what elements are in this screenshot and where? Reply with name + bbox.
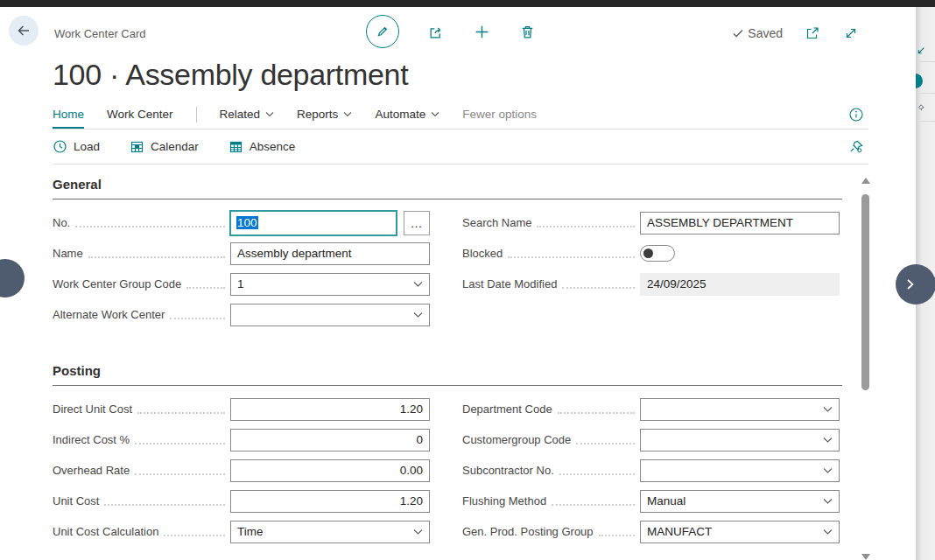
flushing-method-value: Manual (647, 494, 685, 508)
clipped-expand-icon (916, 46, 926, 56)
open-in-new-window-button[interactable] (804, 24, 821, 42)
action-absence[interactable]: Absence (228, 139, 296, 154)
menu-fewer-options[interactable]: Fewer options (462, 100, 537, 129)
scrollbar-down-arrow[interactable] (861, 554, 870, 560)
flushing-method-dropdown[interactable]: Manual (640, 490, 840, 513)
no-input-selected-text: 100 (236, 216, 258, 229)
no-assist-edit-button[interactable]: … (404, 211, 430, 235)
scrollbar-thumb[interactable] (861, 194, 869, 390)
chevron-down-icon (823, 467, 833, 474)
chevron-right-icon (901, 276, 918, 293)
menu-reports[interactable]: Reports (297, 100, 352, 129)
field-flushing-method-label: Flushing Method (462, 494, 546, 508)
last-date-modified-value: 24/09/2025 (640, 273, 840, 296)
dotted-leader (558, 405, 635, 414)
pin-actionbar-button[interactable] (847, 138, 865, 156)
chevron-down-icon (431, 111, 439, 117)
customergroup-code-dropdown[interactable] (640, 429, 840, 452)
menu-bar: Home Work Center Related Reports Automat… (53, 100, 868, 130)
subcontractor-no-dropdown[interactable] (640, 459, 840, 482)
menu-related[interactable]: Related (220, 100, 275, 129)
field-work-center-group-code-label: Work Center Group Code (53, 277, 181, 290)
action-calendar[interactable]: Calendar (130, 139, 199, 154)
menu-reports-label: Reports (297, 108, 338, 121)
trash-icon (519, 24, 536, 40)
section-general: General No. 100 … Name (53, 177, 842, 330)
edit-button[interactable] (366, 15, 399, 48)
posting-left-column: Direct Unit Cost Indirect Cost % Overhea… (53, 394, 430, 547)
overhead-rate-input[interactable] (230, 459, 430, 482)
section-posting: Posting Direct Unit Cost Indirect Cost %… (53, 363, 842, 547)
fullscreen-button[interactable] (842, 24, 860, 42)
info-button[interactable] (847, 106, 865, 123)
alternate-work-center-dropdown[interactable] (230, 304, 430, 326)
popout-icon (805, 25, 820, 41)
field-unit-cost-calculation-label: Unit Cost Calculation (53, 525, 158, 538)
strip-divider (919, 121, 935, 122)
dotted-leader (552, 497, 635, 506)
search-name-input[interactable] (640, 212, 840, 234)
department-code-dropdown[interactable] (640, 398, 840, 421)
work-center-group-code-dropdown[interactable]: 1 (230, 273, 430, 296)
app-header: Work Center Card (0, 7, 935, 49)
dotted-leader (186, 280, 225, 289)
action-load[interactable]: Load (53, 139, 100, 154)
field-alternate-work-center: Alternate Work Center (53, 299, 430, 330)
expand-diagonal-icon (843, 25, 859, 41)
scrollbar-up-arrow[interactable] (861, 178, 870, 184)
section-posting-title[interactable]: Posting (53, 363, 842, 386)
unit-cost-calculation-dropdown[interactable]: Time (230, 521, 430, 543)
chevron-down-icon (413, 281, 423, 288)
field-name-label: Name (53, 247, 83, 260)
field-last-date-modified: Last Date Modified 24/09/2025 (462, 269, 840, 299)
field-alternate-work-center-label: Alternate Work Center (53, 308, 165, 321)
info-icon (848, 107, 864, 122)
menu-automate[interactable]: Automate (375, 100, 439, 129)
browser-top-strip (0, 0, 935, 7)
work-center-card-page: Work Center Card (0, 0, 935, 560)
unit-cost-input[interactable] (230, 490, 430, 513)
gen-prod-posting-group-dropdown[interactable]: MANUFACT (640, 521, 840, 543)
action-load-label: Load (74, 140, 100, 153)
no-input[interactable]: 100 (230, 211, 397, 235)
menu-divider (196, 107, 197, 122)
dotted-leader (135, 436, 225, 444)
tab-home[interactable]: Home (53, 100, 84, 129)
vertical-scrollbar[interactable] (861, 178, 871, 560)
calendar-icon (130, 139, 144, 154)
toggle-knob (643, 248, 653, 258)
field-flushing-method: Flushing Method Manual (462, 486, 840, 516)
field-department-code: Department Code (462, 394, 840, 424)
field-last-date-modified-label: Last Date Modified (462, 277, 557, 290)
previous-record-button[interactable] (0, 259, 25, 298)
new-button[interactable] (473, 23, 490, 40)
field-gen-prod-posting-group: Gen. Prod. Posting Group MANUFACT (462, 516, 840, 547)
share-button[interactable] (427, 23, 445, 40)
tab-work-center[interactable]: Work Center (107, 100, 173, 129)
header-toolbar (366, 15, 536, 48)
dotted-leader (537, 219, 635, 228)
chevron-down-icon (823, 528, 833, 536)
direct-unit-cost-input[interactable] (230, 398, 430, 421)
blocked-toggle[interactable] (640, 245, 675, 262)
name-input[interactable] (230, 242, 430, 265)
delete-button[interactable] (518, 23, 536, 40)
dotted-leader (88, 249, 225, 258)
next-record-button[interactable] (896, 264, 935, 304)
pencil-icon (376, 24, 390, 38)
page-title: 100 · Assembly department (53, 52, 935, 98)
back-button[interactable] (9, 16, 39, 46)
field-search-name: Search Name (462, 207, 840, 238)
dotted-leader (170, 311, 225, 319)
section-general-title[interactable]: General (53, 177, 842, 200)
posting-right-column: Department Code Customergroup Code (462, 394, 840, 547)
dotted-leader (137, 405, 225, 414)
tab-home-label: Home (53, 108, 84, 121)
clipped-pin-icon (916, 103, 925, 113)
chevron-down-icon (823, 498, 833, 505)
indirect-cost-pct-input[interactable] (230, 429, 430, 452)
dotted-leader (562, 280, 635, 289)
field-subcontractor-no-label: Subcontractor No. (462, 464, 554, 477)
chevron-down-icon (265, 111, 274, 117)
dotted-leader (164, 528, 225, 536)
